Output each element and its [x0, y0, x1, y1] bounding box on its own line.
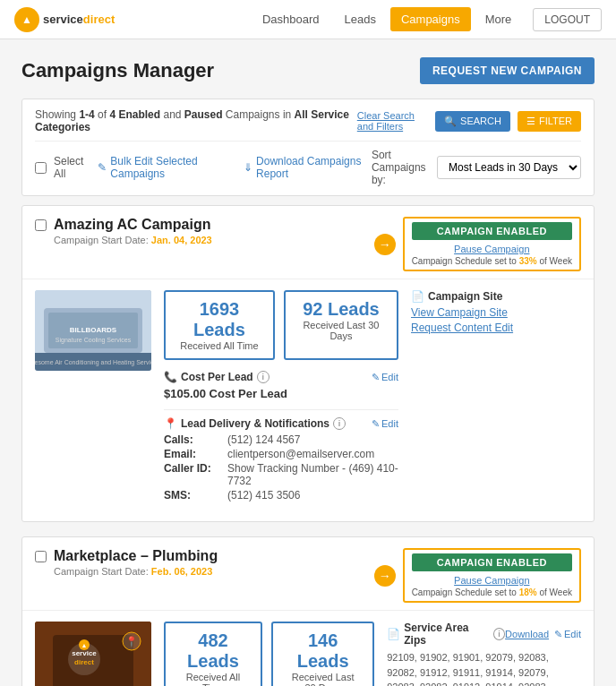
- cost-edit-link-ac[interactable]: ✎ Edit: [372, 372, 398, 383]
- campaign-col-right-plumbing: 📄 Service Area Zips i Download ✎ Edit: [387, 622, 581, 686]
- pencil-icon-cost-ac: ✎: [372, 372, 380, 383]
- campaign-image-svg-plumbing: service direct ▲ MARKETPLACE PLUMBING 📍: [35, 622, 151, 686]
- svg-text:▲: ▲: [81, 642, 88, 648]
- search-button[interactable]: 🔍 SEARCH: [435, 111, 510, 132]
- svg-text:Awesome Air Conditioning and H: Awesome Air Conditioning and Heating Ser…: [35, 359, 151, 366]
- campaign-name-ac: Amazing AC Campaign: [54, 217, 212, 233]
- stat-number-ac-30days: 92 Leads: [300, 299, 382, 320]
- pause-campaign-link-plumbing[interactable]: Pause Campaign: [412, 575, 572, 586]
- stat-label-plumbing-30days: Received Last 30 Days: [287, 672, 358, 686]
- stat-number-ac-alltime: 1693 Leads: [180, 299, 259, 340]
- schedule-text-ac: Campaign Schedule set to 33% of Week: [412, 256, 572, 266]
- pencil-icon-lead-ac: ✎: [372, 418, 380, 430]
- campaign-columns-ac: 1693 Leads Received All Time 92 Leads Re…: [164, 290, 581, 510]
- lead-delivery-edit-link-ac[interactable]: ✎ Edit: [372, 418, 398, 430]
- stats-row-ac: 1693 Leads Received All Time 92 Leads Re…: [164, 290, 398, 360]
- campaign-col-left-plumbing: 482 Leads Received All Time 146 Leads Re…: [164, 622, 374, 686]
- campaign-site-title-ac: 📄 Campaign Site: [411, 290, 502, 303]
- sort-row: Sort Campaigns by: Most Leads in 30 Days…: [372, 149, 581, 186]
- stat-box-plumbing-alltime: 482 Leads Received All Time: [164, 622, 262, 686]
- campaign-col-right-ac: 📄 Campaign Site View Campaign Site Reque…: [411, 290, 581, 510]
- campaign-title-area-plumbing: Marketplace – Plumbing Campaign Start Da…: [35, 548, 218, 577]
- pause-campaign-link-ac[interactable]: Pause Campaign: [412, 244, 572, 254]
- orange-arrow-ac: →: [374, 234, 396, 255]
- service-area-download-link[interactable]: Download: [505, 629, 549, 640]
- service-area-header-plumbing: 📄 Service Area Zips i Download ✎ Edit: [387, 622, 581, 647]
- map-pin-icon-ac: 📍: [164, 417, 177, 430]
- stats-row-plumbing: 482 Leads Received All Time 146 Leads Re…: [164, 622, 374, 686]
- download-icon: ⇓: [244, 161, 252, 174]
- status-enabled-ac: CAMPAIGN ENABLED: [412, 222, 572, 240]
- nav-leads[interactable]: Leads: [334, 7, 387, 31]
- status-box-plumbing: CAMPAIGN ENABLED Pause Campaign Campaign…: [403, 548, 581, 603]
- calls-row-ac: Calls: (512) 124 4567: [164, 433, 398, 446]
- top-navigation: ▲ servicedirect Dashboard Leads Campaign…: [0, 0, 616, 39]
- pencil-icon: ✎: [98, 161, 107, 174]
- cost-section-title-ac: 📞 Cost Per Lead i: [164, 371, 270, 383]
- campaign-site-label-ac: Campaign Site: [428, 290, 502, 303]
- service-area-info-icon-plumbing[interactable]: i: [493, 628, 505, 640]
- lead-delivery-title-ac: 📍 Lead Delivery & Notifications i: [164, 417, 346, 430]
- request-content-edit-link-ac[interactable]: Request Content Edit: [411, 322, 581, 334]
- logo: ▲ servicedirect: [14, 7, 115, 32]
- campaign-start-ac: Campaign Start Date: Jan. 04, 2023: [54, 235, 212, 245]
- logo-text: servicedirect: [43, 13, 115, 26]
- sms-row-ac: SMS: (512) 415 3506: [164, 489, 398, 502]
- nav-links: Dashboard Leads Campaigns More LOGOUT: [252, 7, 602, 31]
- request-new-campaign-button[interactable]: REQUEST NEW CAMPAIGN: [420, 57, 595, 84]
- campaign-image-plumbing: service direct ▲ MARKETPLACE PLUMBING 📍: [35, 622, 151, 686]
- sms-value-ac: (512) 415 3506: [227, 489, 300, 502]
- logout-button[interactable]: LOGOUT: [533, 8, 602, 31]
- main-content: Campaigns Manager REQUEST NEW CAMPAIGN S…: [0, 39, 616, 686]
- page-header: Campaigns Manager REQUEST NEW CAMPAIGN: [21, 57, 595, 84]
- status-enabled-plumbing: CAMPAIGN ENABLED: [412, 553, 572, 571]
- orange-arrow-plumbing: →: [374, 565, 396, 587]
- stat-box-ac-30days: 92 Leads Received Last 30 Days: [284, 290, 398, 360]
- view-campaign-site-link-ac[interactable]: View Campaign Site: [411, 306, 581, 319]
- map-icon-plumbing: 📄: [387, 628, 400, 640]
- cost-info-icon-ac[interactable]: i: [257, 371, 270, 383]
- lead-delivery-info-icon-ac[interactable]: i: [333, 417, 346, 430]
- filter-icon: ☰: [526, 116, 535, 127]
- callerid-row-ac: Caller ID: Show Tracking Number - (469) …: [164, 462, 398, 487]
- phone-icon-ac: 📞: [164, 371, 177, 383]
- svg-text:direct: direct: [74, 658, 94, 666]
- stat-label-plumbing-alltime: Received All Time: [180, 672, 246, 686]
- service-area-edit-link-plumbing[interactable]: ✎ Edit: [554, 629, 581, 640]
- sort-label: Sort Campaigns by:: [372, 149, 430, 186]
- campaign-checkbox-plumbing[interactable]: [35, 551, 47, 562]
- status-box-ac: CAMPAIGN ENABLED Pause Campaign Campaign…: [403, 217, 581, 271]
- sort-select[interactable]: Most Leads in 30 Days Most Leads All Tim…: [437, 156, 581, 179]
- campaign-header-ac: Amazing AC Campaign Campaign Start Date:…: [22, 206, 594, 279]
- lead-delivery-header-ac: 📍 Lead Delivery & Notifications i ✎ Edit: [164, 417, 398, 430]
- service-area-label-plumbing: Service Area Zips: [404, 622, 489, 647]
- svg-text:service: service: [72, 649, 97, 657]
- clear-search-link[interactable]: Clear Search and Filters: [357, 110, 428, 132]
- campaign-col-left-ac: 1693 Leads Received All Time 92 Leads Re…: [164, 290, 398, 510]
- nav-campaigns[interactable]: Campaigns: [390, 7, 471, 31]
- campaign-start-plumbing: Campaign Start Date: Feb. 06, 2023: [54, 566, 218, 577]
- campaign-start-date-ac: Jan. 04, 2023: [151, 235, 212, 245]
- select-all-checkbox[interactable]: [35, 162, 47, 174]
- monitor-icon-ac: 📄: [411, 290, 424, 303]
- lead-delivery-edit-label-ac: Edit: [381, 418, 398, 429]
- filter-button[interactable]: ☰ FILTER: [518, 111, 581, 132]
- bulk-edit-link[interactable]: ✎ Bulk Edit Selected Campaigns: [98, 155, 229, 180]
- stat-number-plumbing-30days: 146 Leads: [287, 630, 358, 672]
- service-area-title-plumbing: 📄 Service Area Zips i: [387, 622, 505, 647]
- email-label-ac: Email:: [164, 448, 222, 460]
- cost-title-ac: Cost Per Lead: [181, 371, 253, 383]
- lead-delivery-section-ac: 📍 Lead Delivery & Notifications i ✎ Edit…: [164, 417, 398, 502]
- campaign-checkbox-ac[interactable]: [35, 219, 47, 231]
- filter-actions: Clear Search and Filters 🔍 SEARCH ☰ FILT…: [357, 110, 581, 132]
- campaign-columns-plumbing: 482 Leads Received All Time 146 Leads Re…: [164, 622, 581, 686]
- download-campaigns-link[interactable]: ⇓ Download Campaigns Report: [244, 155, 372, 180]
- sms-label-ac: SMS:: [164, 489, 222, 502]
- service-area-edit-label: Edit: [564, 629, 581, 639]
- stat-number-plumbing-alltime: 482 Leads: [180, 630, 246, 672]
- nav-more[interactable]: More: [475, 7, 523, 31]
- calls-label-ac: Calls:: [164, 433, 222, 446]
- filter-bar-bottom: Select All ✎ Bulk Edit Selected Campaign…: [35, 149, 581, 186]
- callerid-label-ac: Caller ID:: [164, 462, 222, 487]
- nav-dashboard[interactable]: Dashboard: [252, 7, 330, 31]
